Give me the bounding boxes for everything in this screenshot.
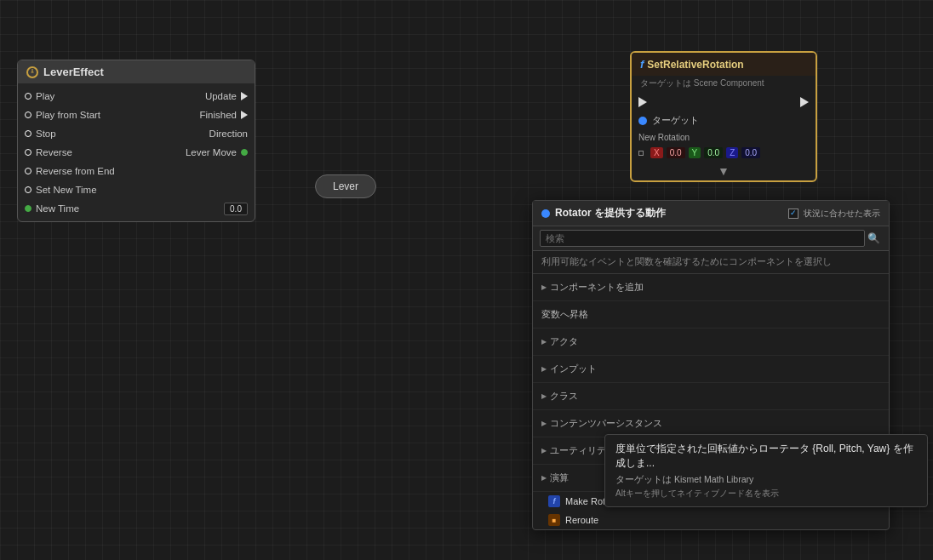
finished-arrow [241, 111, 248, 119]
bottom-arrow: ▼ [632, 162, 816, 180]
section-arrow-acta: ▶ [541, 338, 547, 346]
finished-pin: Finished [200, 110, 248, 120]
finished-label: Finished [200, 110, 237, 120]
reroute-icon: ■ [548, 514, 560, 526]
new-time-label: New Time [36, 203, 79, 214]
clock-icon [26, 66, 38, 78]
section-label-math: 演算 [550, 471, 569, 484]
context-menu-title: Rotator を提供する動作 [555, 206, 783, 220]
context-info-text: 利用可能なイベントと関数を確認するためにコンポーネントを選択し [533, 251, 889, 274]
section-label-content: コンテンツパーシスタンス [550, 417, 662, 430]
update-pin: Update [205, 91, 248, 101]
set-rotation-node: f SetRelativeRotation ターゲットは Scene Compo… [630, 51, 817, 182]
reverse-from-end-label: Reverse from End [36, 166, 115, 176]
update-arrow [241, 92, 248, 100]
stop-row: Stop Direction [18, 124, 255, 143]
context-checkbox[interactable] [788, 209, 798, 219]
section-label-acta: アクタ [550, 335, 578, 348]
section-content-persistence-header[interactable]: ▶ コンテンツパーシスタンス [533, 414, 889, 433]
lever-effect-body: Play Update Play from Start Finished Sto… [18, 83, 255, 221]
update-label: Update [205, 91, 237, 101]
section-arrow-content: ▶ [541, 420, 547, 427]
context-checkbox-label: 状況に合わせた表示 [804, 208, 880, 220]
lever-move-pin: Lever Move [186, 147, 248, 157]
target-row: ターゲット [632, 111, 816, 129]
tooltip-target-text: ターゲットは Kismet Math Library [615, 474, 917, 486]
stop-pin: Stop [25, 129, 56, 139]
lever-move-label: Lever Move [186, 147, 237, 157]
section-input-header[interactable]: ▶ インプット [533, 359, 889, 379]
context-search-input[interactable] [540, 230, 865, 247]
section-arrow-add: ▶ [541, 283, 547, 291]
section-label-add: コンポーネントを追加 [550, 281, 644, 294]
play-pin: Play [25, 91, 54, 101]
set-new-time-pin: Set New Time [25, 185, 97, 195]
search-icon: 🔍 [865, 230, 882, 247]
section-class: ▶ クラス [533, 383, 889, 410]
exec-in-pin [638, 97, 647, 107]
play-from-start-dot [25, 111, 31, 118]
set-new-time-dot [25, 186, 31, 193]
rot-y-value[interactable]: 0.0 [704, 147, 723, 158]
play-from-start-pin: Play from Start [25, 110, 100, 120]
section-label-input: インプット [550, 363, 597, 375]
set-rotation-header: f SetRelativeRotation [632, 53, 816, 76]
reverse-pin: Reverse [25, 147, 72, 157]
section-promote-header[interactable]: 変数へ昇格 [533, 305, 889, 324]
section-arrow-utility: ▶ [541, 447, 547, 454]
rot-x-label: X [650, 147, 663, 158]
reverse-label: Reverse [36, 147, 72, 157]
context-search-bar: 🔍 [533, 226, 889, 251]
new-time-value[interactable]: 0.0 [224, 203, 248, 215]
reroute-label: Reroute [565, 515, 598, 525]
context-dot [541, 209, 550, 218]
lever-effect-node: LeverEffect Play Update Play from Start … [17, 60, 255, 222]
new-time-dot [25, 205, 31, 212]
target-dot [638, 117, 647, 125]
reverse-from-end-row: Reverse from End [18, 162, 255, 180]
section-acta-header[interactable]: ▶ アクタ [533, 332, 889, 351]
rot-z-value[interactable]: 0.0 [741, 147, 760, 158]
set-new-time-row: Set New Time [18, 180, 255, 199]
play-pin-dot [25, 93, 31, 100]
play-from-start-row: Play from Start Finished [18, 106, 255, 124]
rotation-in-pin [638, 151, 644, 156]
lever-move-dot [241, 149, 248, 156]
section-promote: 変数へ昇格 [533, 301, 889, 329]
rot-x-value[interactable]: 0.0 [667, 147, 685, 158]
section-arrow-class: ▶ [541, 392, 547, 400]
tooltip: 度単位で指定された回転値からローテータ {Roll, Pitch, Yaw} を… [604, 434, 928, 507]
section-add-component: ▶ コンポーネントを追加 [533, 274, 889, 301]
set-new-time-label: Set New Time [36, 185, 97, 195]
reverse-row: Reverse Lever Move [18, 143, 255, 162]
section-arrow-math: ▶ [541, 474, 547, 482]
new-rotation-label: New Rotation [632, 129, 816, 144]
reverse-dot [25, 149, 31, 156]
section-class-header[interactable]: ▶ クラス [533, 386, 889, 406]
func-icon: f [640, 58, 644, 71]
lever-node: Lever [315, 174, 376, 198]
rotation-xyz-row: X 0.0 Y 0.0 Z 0.0 [632, 144, 816, 162]
context-menu-header: Rotator を提供する動作 状況に合わせた表示 [533, 201, 889, 226]
section-acta: ▶ アクタ [533, 329, 889, 356]
section-add-component-header[interactable]: ▶ コンポーネントを追加 [533, 277, 889, 297]
section-label-promote: 変数へ昇格 [541, 308, 588, 321]
stop-label: Stop [36, 129, 56, 139]
play-row: Play Update [18, 87, 255, 106]
new-time-pin: New Time [25, 203, 79, 214]
rot-y-label: Y [689, 147, 701, 158]
tooltip-main-text: 度単位で指定された回転値からローテータ {Roll, Pitch, Yaw} を… [615, 442, 917, 471]
play-from-start-label: Play from Start [36, 110, 100, 120]
section-label-class: クラス [550, 390, 578, 403]
lever-effect-title: LeverEffect [43, 66, 104, 78]
set-rotation-title: SetRelativeRotation [647, 59, 743, 71]
exec-out-pin [800, 97, 809, 107]
reverse-from-end-dot [25, 168, 31, 174]
rot-z-label: Z [726, 147, 738, 158]
section-arrow-input: ▶ [541, 365, 547, 373]
stop-dot [25, 130, 31, 137]
direction-pin: Direction [209, 129, 248, 139]
play-label: Play [36, 91, 54, 101]
lever-label: Lever [333, 180, 358, 192]
reroute-item[interactable]: ■ Reroute [533, 511, 889, 529]
